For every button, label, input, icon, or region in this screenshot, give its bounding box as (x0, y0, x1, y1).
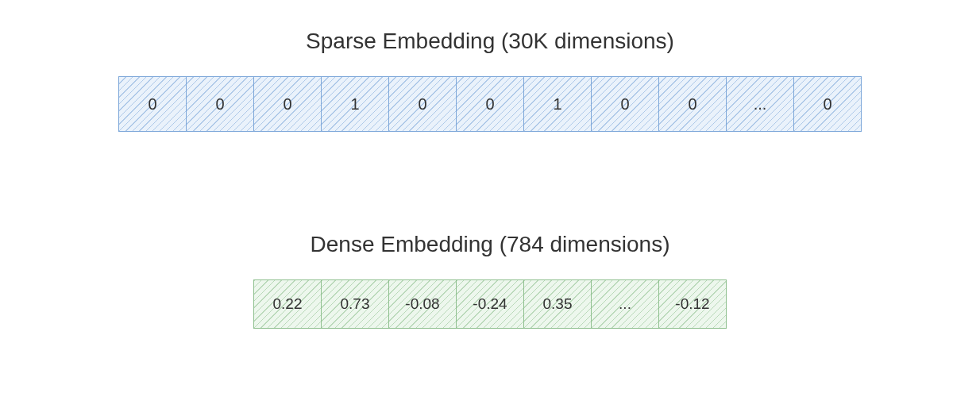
sparse-cell: 0 (591, 76, 659, 132)
dense-cell: -0.12 (658, 279, 727, 329)
dense-embedding-row: 0.22 0.73 -0.08 -0.24 0.35 ... -0.12 (253, 279, 727, 329)
sparse-cell-value: 0 (823, 95, 831, 114)
sparse-cell-ellipsis: ... (754, 95, 767, 114)
dense-cell: ... (591, 279, 659, 329)
sparse-cell: 0 (118, 76, 187, 132)
dense-cell: 0.35 (523, 279, 592, 329)
dense-embedding-title: Dense Embedding (784 dimensions) (0, 232, 980, 257)
dense-cell: -0.24 (456, 279, 524, 329)
sparse-cell-value: 0 (215, 95, 224, 114)
dense-cell: 0.22 (253, 279, 322, 329)
sparse-cell: 0 (388, 76, 457, 132)
sparse-cell-value: 1 (350, 95, 359, 114)
dense-cell: -0.08 (388, 279, 457, 329)
dense-cell-value: -0.08 (405, 295, 439, 313)
sparse-cell-value: 1 (553, 95, 561, 114)
sparse-cell: 1 (523, 76, 592, 132)
dense-cell-value: 0.35 (543, 295, 573, 313)
dense-cell: 0.73 (321, 279, 389, 329)
dense-cell-value: -0.12 (675, 295, 709, 313)
sparse-cell-value: 0 (620, 95, 629, 114)
sparse-cell: 0 (186, 76, 254, 132)
sparse-cell-value: 0 (148, 95, 156, 114)
sparse-cell-value: 0 (418, 95, 426, 114)
dense-cell-value: 0.22 (273, 295, 303, 313)
sparse-cell: 1 (321, 76, 389, 132)
sparse-cell: 0 (658, 76, 727, 132)
sparse-embedding-title: Sparse Embedding (30K dimensions) (0, 29, 980, 54)
sparse-cell-value: 0 (485, 95, 494, 114)
sparse-cell: 0 (456, 76, 524, 132)
diagram-canvas: Sparse Embedding (30K dimensions) 0 0 0 … (0, 0, 980, 420)
sparse-cell: 0 (253, 76, 322, 132)
dense-cell-value: -0.24 (473, 295, 507, 313)
sparse-embedding-row: 0 0 0 1 0 0 1 0 0 ... 0 (118, 76, 862, 132)
dense-cell-value: 0.73 (341, 295, 370, 313)
sparse-cell-value: 0 (688, 95, 696, 114)
sparse-cell-value: 0 (283, 95, 291, 114)
dense-cell-ellipsis: ... (619, 295, 631, 313)
sparse-cell: 0 (793, 76, 862, 132)
sparse-cell: ... (726, 76, 794, 132)
